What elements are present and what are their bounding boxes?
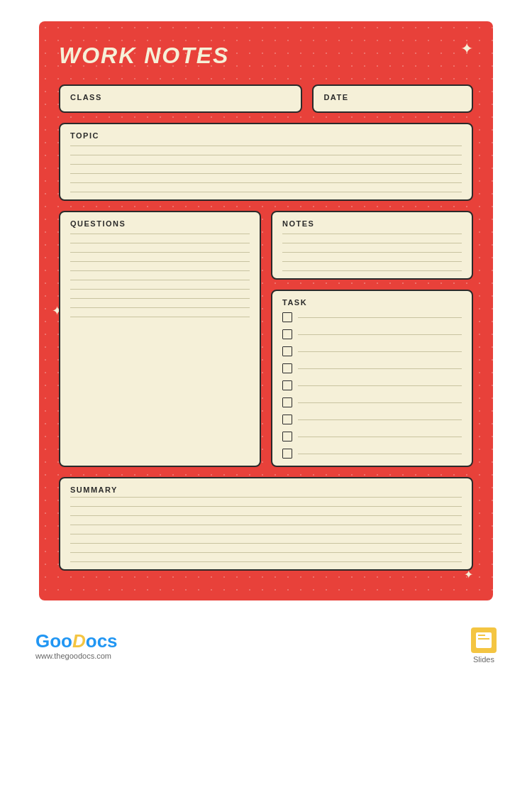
summary-lines <box>70 497 462 562</box>
logo-right: Slides <box>471 627 497 664</box>
logo-text: GooDocs <box>35 632 118 650</box>
task-checkbox-row-6 <box>282 397 462 407</box>
task-checkbox-4[interactable] <box>282 363 292 373</box>
topic-line-5 <box>70 182 462 183</box>
topic-line-4 <box>70 173 462 174</box>
n-line-1 <box>282 234 462 234</box>
s-line-3 <box>70 515 462 516</box>
task-checkbox-row-5 <box>282 380 462 390</box>
s-line-6 <box>70 543 462 544</box>
task-check-line-7 <box>298 419 462 420</box>
s-line-7 <box>70 552 462 553</box>
q-line-10 <box>70 317 250 317</box>
task-checkbox-9[interactable] <box>282 449 292 459</box>
right-col: NOTES TASK <box>271 211 473 467</box>
task-checkbox-row-7 <box>282 415 462 424</box>
page-wrapper: ✦ ✦ ✦ WORK NOTES CLASS DATE TOPIC <box>0 0 532 812</box>
star-bottom-right-icon: ✦ <box>464 569 473 581</box>
q-line-9 <box>70 307 250 308</box>
class-label: CLASS <box>70 93 291 102</box>
task-checkbox-2[interactable] <box>282 329 292 339</box>
task-check-line-4 <box>298 368 462 369</box>
star-top-right-icon: ✦ <box>460 41 473 57</box>
q-line-3 <box>70 252 250 253</box>
main-card: ✦ ✦ ✦ WORK NOTES CLASS DATE TOPIC <box>39 21 493 600</box>
s-line-4 <box>70 525 462 525</box>
task-check-line-3 <box>298 351 462 352</box>
date-field[interactable]: DATE <box>312 84 473 113</box>
q-line-5 <box>70 270 250 271</box>
task-check-line-8 <box>298 437 462 437</box>
s-line-1 <box>70 497 462 498</box>
logo-goo: Goo <box>35 630 72 652</box>
notes-lines <box>282 234 462 271</box>
class-date-row: CLASS DATE <box>59 84 473 113</box>
s-line-5 <box>70 534 462 534</box>
notes-label: NOTES <box>282 219 462 228</box>
logo-d: D <box>72 630 86 652</box>
task-checkbox-row-9 <box>282 449 462 459</box>
topic-lines <box>70 146 462 192</box>
slides-icon-inner <box>476 632 492 648</box>
task-checkbox-5[interactable] <box>282 380 292 390</box>
task-checkbox-row-8 <box>282 432 462 441</box>
logo-url: www.thegoodocs.com <box>35 652 111 660</box>
s-line-8 <box>70 561 462 562</box>
topic-line-3 <box>70 164 462 165</box>
task-checkboxes <box>282 312 462 459</box>
summary-field[interactable]: SUMMARY <box>59 477 473 571</box>
task-checkbox-8[interactable] <box>282 432 292 441</box>
topic-field[interactable]: TOPIC <box>59 123 473 201</box>
topic-row: TOPIC <box>59 123 473 201</box>
s-line-2 <box>70 506 462 507</box>
task-check-line-1 <box>298 317 462 318</box>
q-line-2 <box>70 243 250 243</box>
topic-line-6 <box>70 192 462 192</box>
topic-line-2 <box>70 155 462 155</box>
questions-label: QUESTIONS <box>70 219 250 228</box>
task-check-line-9 <box>298 454 462 454</box>
task-checkbox-row-4 <box>282 363 462 373</box>
q-line-6 <box>70 280 250 280</box>
topic-line-1 <box>70 146 462 146</box>
task-checkbox-6[interactable] <box>282 397 292 407</box>
task-checkbox-3[interactable] <box>282 346 292 356</box>
task-checkbox-row-1 <box>282 312 462 322</box>
n-line-2 <box>282 243 462 243</box>
q-line-7 <box>70 289 250 290</box>
footer: GooDocs www.thegoodocs.com Slides <box>0 615 532 678</box>
n-line-3 <box>282 252 462 253</box>
n-line-5 <box>282 270 462 271</box>
questions-field[interactable]: QUESTIONS <box>59 211 261 467</box>
class-field[interactable]: CLASS <box>59 84 302 113</box>
page-title: WORK NOTES <box>59 43 473 69</box>
q-line-1 <box>70 234 250 234</box>
task-check-line-5 <box>298 385 462 386</box>
task-checkbox-row-2 <box>282 329 462 339</box>
q-line-8 <box>70 298 250 299</box>
n-line-4 <box>282 261 462 262</box>
task-checkbox-7[interactable] <box>282 415 292 424</box>
task-field[interactable]: TASK <box>271 290 473 467</box>
questions-col: QUESTIONS <box>59 211 261 467</box>
questions-lines <box>70 234 250 317</box>
notes-field[interactable]: NOTES <box>271 211 473 280</box>
task-check-line-2 <box>298 334 462 335</box>
task-checkbox-row-3 <box>282 346 462 356</box>
task-label: TASK <box>282 298 462 307</box>
slides-icon <box>471 627 497 653</box>
task-checkbox-1[interactable] <box>282 312 292 322</box>
task-check-line-6 <box>298 402 462 403</box>
q-line-4 <box>70 261 250 262</box>
summary-row: SUMMARY <box>59 477 473 571</box>
questions-right-row: QUESTIONS <box>59 211 473 467</box>
slides-label: Slides <box>473 655 494 664</box>
date-label: DATE <box>323 93 462 102</box>
summary-label: SUMMARY <box>70 485 462 494</box>
topic-label: TOPIC <box>70 131 462 140</box>
logo-left: GooDocs www.thegoodocs.com <box>35 632 118 660</box>
logo-ocs: ocs <box>86 630 118 652</box>
